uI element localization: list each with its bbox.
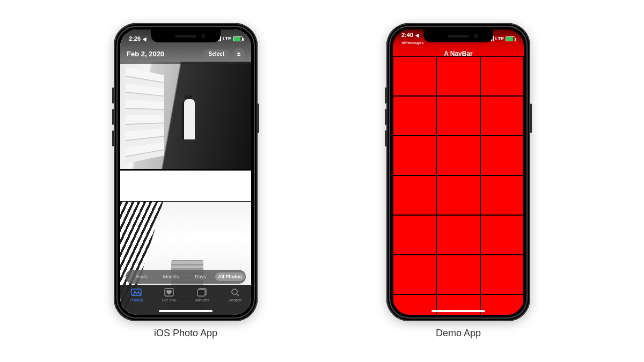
grid-cell[interactable]	[480, 175, 524, 215]
svg-point-5	[232, 289, 237, 294]
grid-cell[interactable]	[436, 96, 480, 136]
battery-icon	[506, 36, 515, 41]
grid-cell[interactable]	[436, 136, 480, 175]
demo-grid[interactable]	[393, 56, 524, 315]
svg-line-6	[237, 294, 239, 296]
svg-rect-4	[197, 290, 205, 296]
battery-icon	[233, 36, 243, 41]
carrier-label: LTE	[495, 36, 504, 41]
grid-cell[interactable]	[436, 175, 480, 215]
select-button[interactable]: Select	[203, 49, 230, 58]
nav-title: A NavBar	[444, 50, 473, 57]
demo-app-root: 2:40 ◂ Messages LTE	[393, 29, 524, 315]
grid-cell[interactable]	[480, 294, 524, 315]
chevron-left-icon: ◂	[401, 41, 404, 45]
seg-months[interactable]: Months	[156, 272, 186, 281]
tab-label: Photos	[129, 298, 143, 302]
seg-years[interactable]: Years	[127, 272, 156, 281]
iphone-frame-right: 2:40 ◂ Messages LTE	[386, 23, 530, 321]
grid-cell[interactable]	[480, 215, 524, 255]
right-caption: Demo App	[436, 328, 481, 339]
grid-cell[interactable]	[393, 255, 436, 294]
tab-label: For You	[162, 298, 177, 302]
seg-all-photos[interactable]: All Photos	[215, 272, 245, 281]
tab-label: Albums	[195, 298, 210, 302]
home-indicator[interactable]	[159, 310, 213, 312]
back-to-app-pill[interactable]: ◂ Messages	[401, 41, 423, 45]
grid-cell[interactable]	[436, 255, 480, 294]
screen-left: 2:26 LTE Feb 2, 2020	[120, 29, 251, 315]
location-arrow-icon	[143, 36, 149, 41]
photos-icon	[131, 288, 142, 297]
photo-gap	[120, 169, 251, 201]
photos-app-root: 2:26 LTE Feb 2, 2020	[120, 29, 251, 315]
seg-days[interactable]: Days	[186, 272, 215, 281]
grid-cell[interactable]	[436, 215, 480, 255]
right-phone-container: 2:40 ◂ Messages LTE	[386, 23, 530, 339]
left-phone-container: 2:26 LTE Feb 2, 2020	[114, 23, 258, 339]
grid-cell[interactable]	[393, 136, 436, 175]
grid-cell[interactable]	[393, 175, 436, 215]
carrier-label: LTE	[223, 36, 231, 41]
grid-cell[interactable]	[393, 215, 436, 255]
location-arrow-icon	[415, 32, 421, 38]
nav-bar: A NavBar	[393, 45, 524, 63]
tab-photos[interactable]: Photos	[129, 288, 143, 302]
search-icon	[230, 288, 240, 297]
screen-right: 2:40 ◂ Messages LTE	[393, 29, 524, 315]
iphone-frame-left: 2:26 LTE Feb 2, 2020	[114, 23, 258, 321]
time-scale-segmented-control[interactable]: Years Months Days All Photos	[126, 270, 246, 284]
tab-for-you[interactable]: For You	[162, 288, 177, 302]
notch	[151, 29, 221, 42]
left-caption: iOS Photo App	[154, 328, 217, 339]
grid-cell[interactable]	[393, 294, 436, 315]
albums-icon	[197, 288, 208, 297]
foryou-icon	[164, 288, 174, 297]
header-date: Feb 2, 2020	[127, 50, 164, 58]
plus-minus-icon: ±	[237, 50, 240, 57]
tab-search[interactable]: Search	[228, 288, 241, 302]
grid-cell[interactable]	[393, 96, 436, 136]
grid-cell[interactable]	[480, 96, 524, 136]
home-indicator[interactable]	[431, 310, 485, 312]
photo-thumbnail[interactable]	[120, 62, 251, 169]
tab-label: Search	[228, 298, 241, 302]
back-label: Messages	[404, 41, 423, 45]
tab-albums[interactable]: Albums	[195, 288, 210, 302]
grid-cell[interactable]	[480, 136, 524, 175]
status-time: 2:40	[401, 32, 413, 38]
status-time: 2:26	[129, 35, 141, 42]
grid-cell[interactable]	[480, 255, 524, 294]
notch	[423, 29, 493, 42]
options-button[interactable]: ±	[233, 48, 245, 60]
